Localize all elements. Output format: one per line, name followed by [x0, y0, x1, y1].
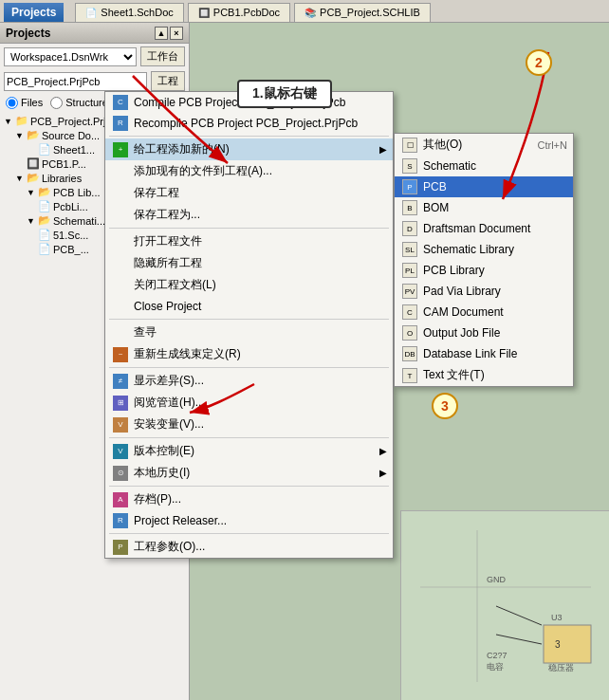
- sch-lib-file2-icon: 📄: [38, 243, 51, 255]
- svg-text:C2?7: C2?7: [487, 651, 508, 660]
- save-icon: [113, 186, 128, 201]
- sch-folder-icon: 📂: [38, 214, 51, 227]
- menu-item-regen[interactable]: ~ 重新生成线束定义(R): [105, 343, 393, 365]
- sch-file-icon: 📄: [38, 143, 51, 156]
- menu-item-params[interactable]: P 工程参数(O)...: [105, 536, 393, 558]
- workspace-button[interactable]: 工作台: [140, 46, 185, 66]
- sub-menu-item-schematic[interactable]: S Schematic: [395, 156, 573, 176]
- tab-schlib[interactable]: 📚 PCB_Project.SCHLIB: [294, 3, 431, 22]
- sub-menu-item-pad-via[interactable]: PV Pad Via Library: [395, 281, 573, 302]
- projects-panel-title: Projects ▲ ×: [0, 23, 189, 44]
- pcb-icon: 🔲: [198, 8, 210, 18]
- panel-title: Projects: [4, 3, 64, 22]
- recompile-icon: R: [113, 116, 128, 131]
- callout-box: 1.鼠标右键: [237, 80, 332, 108]
- lib-folder-icon: 📂: [27, 172, 40, 184]
- project-button[interactable]: 工程: [151, 71, 185, 91]
- sub-menu-item-pcb-lib[interactable]: PL PCB Library: [395, 260, 573, 281]
- svg-line-9: [496, 635, 542, 644]
- version-icon: V: [113, 444, 128, 459]
- menu-item-hide-all[interactable]: 隐藏所有工程: [105, 252, 393, 274]
- sub-menu-item-db-link[interactable]: DB Database Link File: [395, 343, 573, 364]
- project-folder-icon: 📁: [15, 115, 28, 127]
- tab-sheet1[interactable]: 📄 Sheet1.SchDoc: [75, 3, 183, 22]
- files-radio[interactable]: [6, 97, 18, 109]
- close-panel-button[interactable]: ×: [170, 27, 183, 40]
- sub-menu-item-cam[interactable]: C CAM Document: [395, 302, 573, 322]
- add-existing-icon: [113, 164, 128, 179]
- sub-menu-item-draftsman[interactable]: D Draftsman Document: [395, 218, 573, 239]
- menu-item-diff[interactable]: ≠ 显示差异(S)...: [105, 370, 393, 392]
- menu-item-install-var[interactable]: V 安装变量(V)...: [105, 414, 393, 435]
- sch-menu-icon: S: [402, 158, 417, 174]
- menu-item-close-project[interactable]: Close Project: [105, 296, 393, 317]
- install-var-icon: V: [113, 417, 128, 433]
- menu-separator: [109, 533, 389, 534]
- draftsman-icon: D: [402, 221, 417, 236]
- pipeline-icon: ⊞: [113, 396, 128, 411]
- tree-arrow: ▼: [27, 188, 36, 197]
- pcb-lib-menu-icon: PL: [402, 263, 417, 278]
- files-radio-label[interactable]: Files: [6, 97, 43, 109]
- pcb-lib-folder-icon: 📂: [38, 186, 51, 198]
- sch-lib-menu-icon: SL: [402, 242, 417, 257]
- menu-item-add-existing[interactable]: 添加现有的文件到工程(A)...: [105, 160, 393, 182]
- workspace-select[interactable]: Workspace1.DsnWrk: [4, 47, 137, 66]
- other-shortcut: Ctrl+N: [538, 139, 567, 151]
- menu-item-open-project[interactable]: 打开工程文件: [105, 230, 393, 252]
- menu-item-pipeline[interactable]: ⊞ 阅览管道(H)...: [105, 392, 393, 414]
- sub-menu-item-other[interactable]: ☐ 其他(O) Ctrl+N: [395, 134, 573, 156]
- sch-lib-file1-icon: 📄: [38, 229, 51, 241]
- menu-item-close-doc[interactable]: 关闭工程文档(L): [105, 274, 393, 296]
- releaser-icon: R: [113, 513, 128, 528]
- sub-menu-item-output[interactable]: O Output Job File: [395, 322, 573, 343]
- project-row: 工程: [0, 69, 189, 93]
- menu-item-releaser[interactable]: R Project Releaser...: [105, 510, 393, 531]
- tree-arrow: ▼: [4, 117, 13, 126]
- archive-icon: A: [113, 492, 128, 507]
- db-link-icon: DB: [402, 346, 417, 361]
- svg-text:稳压器: 稳压器: [548, 663, 574, 672]
- structure-radio-label[interactable]: Structure: [50, 97, 108, 109]
- source-folder-icon: 📂: [27, 129, 40, 141]
- menu-item-save[interactable]: 保存工程: [105, 182, 393, 204]
- menu-separator: [109, 486, 389, 487]
- svg-text:U3: U3: [551, 613, 563, 622]
- regen-icon: ~: [113, 347, 128, 362]
- menu-separator: [109, 228, 389, 229]
- menu-item-search[interactable]: 查寻: [105, 322, 393, 343]
- menu-item-archive[interactable]: A 存档(P)...: [105, 488, 393, 510]
- menu-item-version[interactable]: V 版本控制(E) ▶: [105, 440, 393, 462]
- menu-item-recompile[interactable]: R Recompile PCB Project PCB_Project.PrjP…: [105, 113, 393, 134]
- sub-context-menu: ☐ 其他(O) Ctrl+N S Schematic P PCB B BOM D…: [394, 133, 574, 387]
- menu-item-history[interactable]: ⊙ 本地历史(I) ▶: [105, 462, 393, 484]
- svg-rect-2: [544, 625, 591, 663]
- menu-item-save-as[interactable]: 保存工程为...: [105, 204, 393, 226]
- history-submenu-arrow: ▶: [379, 468, 387, 478]
- lib-icon: 📚: [304, 8, 316, 18]
- text-file-icon: T: [402, 368, 417, 383]
- svg-text:GND: GND: [487, 575, 507, 584]
- pcb-background: 3 GND C2?7 电容 稳压器 U3: [400, 510, 609, 700]
- hide-icon: [113, 256, 128, 271]
- sub-menu-item-sch-lib[interactable]: SL Schematic Library: [395, 239, 573, 260]
- tree-arrow: ▼: [15, 174, 25, 183]
- pin-button[interactable]: ▲: [155, 27, 168, 40]
- project-input[interactable]: [4, 72, 147, 91]
- pad-via-icon: PV: [402, 284, 417, 299]
- close-doc-icon: [113, 278, 128, 293]
- sub-menu-item-text[interactable]: T Text 文件(T): [395, 364, 573, 386]
- tab-pcb1[interactable]: 🔲 PCB1.PcbDoc: [188, 3, 290, 22]
- svg-line-10: [496, 606, 542, 625]
- structure-radio[interactable]: [50, 97, 63, 109]
- sheet-icon: 📄: [85, 8, 97, 18]
- tree-arrow: ▼: [15, 131, 25, 140]
- menu-item-add-new[interactable]: + 给工程添加新的(N) ▶: [105, 138, 393, 160]
- add-new-icon: +: [113, 142, 128, 157]
- menu-separator: [109, 136, 389, 137]
- sub-menu-item-bom[interactable]: B BOM: [395, 197, 573, 218]
- pcb-lib-file-icon: 📄: [38, 200, 51, 212]
- diff-icon: ≠: [113, 374, 128, 389]
- pcb-menu-icon: P: [402, 179, 417, 194]
- sub-menu-item-pcb[interactable]: P PCB: [395, 176, 573, 197]
